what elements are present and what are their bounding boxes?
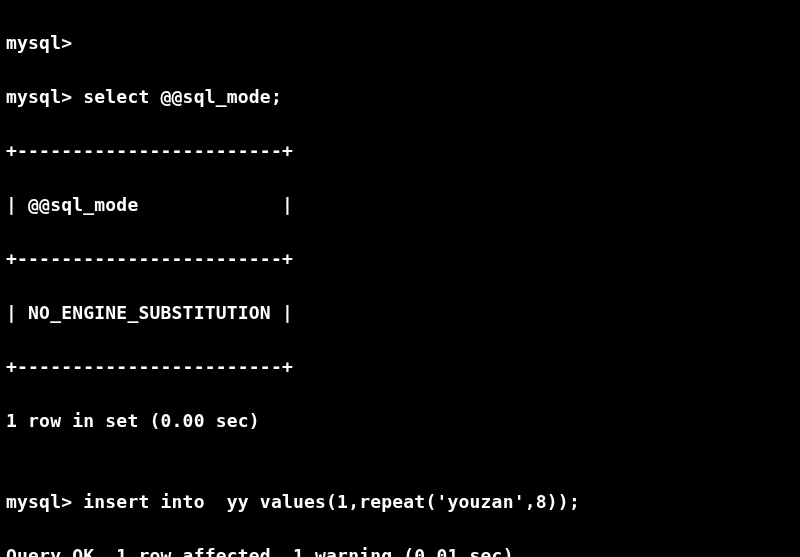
insert-status: Query OK, 1 row affected, 1 warning (0.0… bbox=[6, 542, 794, 557]
table-border: +------------------------+ bbox=[6, 137, 794, 164]
table-header-sqlmode: | @@sql_mode | bbox=[6, 191, 794, 218]
result-footer: 1 row in set (0.00 sec) bbox=[6, 407, 794, 434]
query-select-sqlmode: mysql> select @@sql_mode; bbox=[6, 83, 794, 110]
query-insert: mysql> insert into yy values(1,repeat('y… bbox=[6, 488, 794, 515]
table-border: +------------------------+ bbox=[6, 353, 794, 380]
mysql-terminal[interactable]: mysql> mysql> select @@sql_mode; +------… bbox=[0, 0, 800, 557]
table-border: +------------------------+ bbox=[6, 245, 794, 272]
table-row-sqlmode-value: | NO_ENGINE_SUBSTITUTION | bbox=[6, 299, 794, 326]
prompt-line: mysql> bbox=[6, 29, 794, 56]
